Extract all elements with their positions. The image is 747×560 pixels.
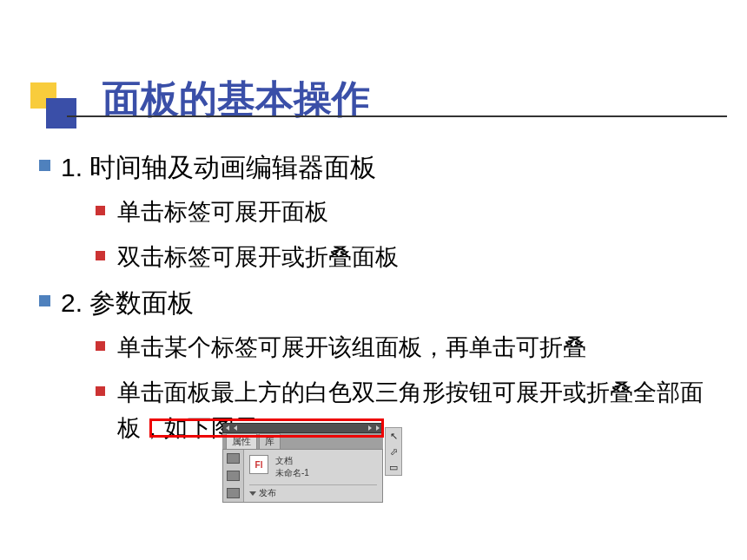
slide-title: 面板的基本操作 [102,74,370,125]
content-area: 1. 时间轴及动画编辑器面板 单击标签可展开面板 双击标签可展开或折叠面板 2.… [39,149,717,456]
title-underline [67,115,727,117]
publish-label: 发布 [259,487,276,499]
bullet-square-icon [96,206,105,215]
bullet-square-icon [39,295,50,306]
sidebar-icon [227,453,240,464]
highlight-box [149,418,384,438]
list-item: 双击标签可展开或折叠面板 [96,240,717,276]
sidebar-icon [227,471,240,481]
bullet-text: 双击标签可展开或折叠面板 [117,240,399,276]
selection-tool-icon: ↖ [388,431,399,441]
panel-main: Fl 文档 未命名-1 发布 [244,450,382,502]
doc-name-label: 未命名-1 [275,467,309,479]
bullet-square-icon [96,341,105,351]
bullet-text: 单击某个标签可展开该组面板，再单击可折叠 [117,330,586,366]
list-item: 1. 时间轴及动画编辑器面板 [39,149,717,186]
subselection-tool-icon: ⬀ [388,446,399,457]
bullet-square-icon [39,160,50,171]
transform-tool-icon: ▭ [388,462,399,472]
bullet-text: 单击标签可展开面板 [117,194,328,231]
bullet-square-icon [96,251,105,260]
section-heading: 1. 时间轴及动画编辑器面板 [61,149,376,186]
document-row: Fl 文档 未命名-1 [249,455,377,479]
bullet-square-icon [96,386,105,396]
section-heading: 2. 参数面板 [61,285,194,321]
tools-panel: ↖ ⬀ ▭ [385,427,402,476]
list-item: 2. 参数面板 [39,285,717,321]
flash-icon: Fl [249,455,268,474]
blue-square-icon [46,98,76,128]
doc-type-label: 文档 [275,455,309,467]
panel-body: Fl 文档 未命名-1 发布 [222,449,383,503]
publish-row: 发布 [249,484,377,499]
triangle-down-icon [249,491,256,496]
list-item: 单击标签可展开面板 [96,194,717,231]
panel-sidebar [223,450,244,502]
sidebar-icon [227,488,240,498]
list-item: 单击某个标签可展开该组面板，再单击可折叠 [96,330,717,366]
document-info: 文档 未命名-1 [275,455,309,479]
